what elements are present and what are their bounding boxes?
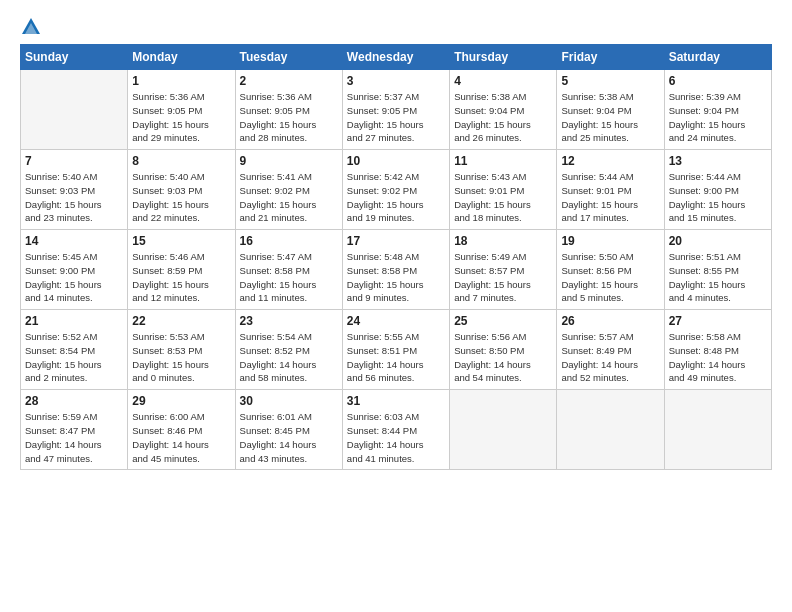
weekday-header-sunday: Sunday (21, 45, 128, 70)
day-number: 17 (347, 234, 445, 248)
calendar-cell: 3Sunrise: 5:37 AM Sunset: 9:05 PM Daylig… (342, 70, 449, 150)
calendar-week-row: 14Sunrise: 5:45 AM Sunset: 9:00 PM Dayli… (21, 230, 772, 310)
header (20, 16, 772, 38)
calendar-page: SundayMondayTuesdayWednesdayThursdayFrid… (0, 0, 792, 612)
calendar-cell: 25Sunrise: 5:56 AM Sunset: 8:50 PM Dayli… (450, 310, 557, 390)
day-number: 30 (240, 394, 338, 408)
calendar-week-row: 21Sunrise: 5:52 AM Sunset: 8:54 PM Dayli… (21, 310, 772, 390)
day-info: Sunrise: 5:44 AM Sunset: 9:01 PM Dayligh… (561, 170, 659, 225)
calendar-cell: 26Sunrise: 5:57 AM Sunset: 8:49 PM Dayli… (557, 310, 664, 390)
day-info: Sunrise: 5:40 AM Sunset: 9:03 PM Dayligh… (25, 170, 123, 225)
day-number: 24 (347, 314, 445, 328)
calendar-week-row: 7Sunrise: 5:40 AM Sunset: 9:03 PM Daylig… (21, 150, 772, 230)
day-info: Sunrise: 5:37 AM Sunset: 9:05 PM Dayligh… (347, 90, 445, 145)
calendar-cell: 17Sunrise: 5:48 AM Sunset: 8:58 PM Dayli… (342, 230, 449, 310)
day-info: Sunrise: 5:47 AM Sunset: 8:58 PM Dayligh… (240, 250, 338, 305)
day-info: Sunrise: 5:55 AM Sunset: 8:51 PM Dayligh… (347, 330, 445, 385)
day-number: 26 (561, 314, 659, 328)
calendar-cell: 2Sunrise: 5:36 AM Sunset: 9:05 PM Daylig… (235, 70, 342, 150)
day-info: Sunrise: 5:59 AM Sunset: 8:47 PM Dayligh… (25, 410, 123, 465)
calendar-cell: 16Sunrise: 5:47 AM Sunset: 8:58 PM Dayli… (235, 230, 342, 310)
day-info: Sunrise: 5:53 AM Sunset: 8:53 PM Dayligh… (132, 330, 230, 385)
day-number: 12 (561, 154, 659, 168)
calendar-cell: 27Sunrise: 5:58 AM Sunset: 8:48 PM Dayli… (664, 310, 771, 390)
day-info: Sunrise: 5:41 AM Sunset: 9:02 PM Dayligh… (240, 170, 338, 225)
calendar-table: SundayMondayTuesdayWednesdayThursdayFrid… (20, 44, 772, 470)
day-info: Sunrise: 5:54 AM Sunset: 8:52 PM Dayligh… (240, 330, 338, 385)
day-info: Sunrise: 5:49 AM Sunset: 8:57 PM Dayligh… (454, 250, 552, 305)
day-number: 19 (561, 234, 659, 248)
day-number: 13 (669, 154, 767, 168)
day-info: Sunrise: 5:43 AM Sunset: 9:01 PM Dayligh… (454, 170, 552, 225)
calendar-cell: 8Sunrise: 5:40 AM Sunset: 9:03 PM Daylig… (128, 150, 235, 230)
calendar-cell: 20Sunrise: 5:51 AM Sunset: 8:55 PM Dayli… (664, 230, 771, 310)
day-number: 6 (669, 74, 767, 88)
calendar-cell: 29Sunrise: 6:00 AM Sunset: 8:46 PM Dayli… (128, 390, 235, 470)
calendar-cell: 30Sunrise: 6:01 AM Sunset: 8:45 PM Dayli… (235, 390, 342, 470)
calendar-cell: 15Sunrise: 5:46 AM Sunset: 8:59 PM Dayli… (128, 230, 235, 310)
day-number: 25 (454, 314, 552, 328)
logo (20, 16, 46, 38)
day-number: 7 (25, 154, 123, 168)
day-info: Sunrise: 5:38 AM Sunset: 9:04 PM Dayligh… (561, 90, 659, 145)
calendar-cell: 4Sunrise: 5:38 AM Sunset: 9:04 PM Daylig… (450, 70, 557, 150)
day-info: Sunrise: 6:00 AM Sunset: 8:46 PM Dayligh… (132, 410, 230, 465)
weekday-header-thursday: Thursday (450, 45, 557, 70)
day-number: 18 (454, 234, 552, 248)
day-info: Sunrise: 5:38 AM Sunset: 9:04 PM Dayligh… (454, 90, 552, 145)
calendar-cell: 1Sunrise: 5:36 AM Sunset: 9:05 PM Daylig… (128, 70, 235, 150)
calendar-cell: 22Sunrise: 5:53 AM Sunset: 8:53 PM Dayli… (128, 310, 235, 390)
day-info: Sunrise: 6:03 AM Sunset: 8:44 PM Dayligh… (347, 410, 445, 465)
day-info: Sunrise: 5:42 AM Sunset: 9:02 PM Dayligh… (347, 170, 445, 225)
weekday-header-friday: Friday (557, 45, 664, 70)
calendar-cell: 5Sunrise: 5:38 AM Sunset: 9:04 PM Daylig… (557, 70, 664, 150)
day-number: 29 (132, 394, 230, 408)
calendar-cell: 23Sunrise: 5:54 AM Sunset: 8:52 PM Dayli… (235, 310, 342, 390)
day-number: 1 (132, 74, 230, 88)
day-info: Sunrise: 5:48 AM Sunset: 8:58 PM Dayligh… (347, 250, 445, 305)
weekday-header-row: SundayMondayTuesdayWednesdayThursdayFrid… (21, 45, 772, 70)
day-info: Sunrise: 5:36 AM Sunset: 9:05 PM Dayligh… (240, 90, 338, 145)
logo-icon (20, 16, 42, 38)
day-info: Sunrise: 5:51 AM Sunset: 8:55 PM Dayligh… (669, 250, 767, 305)
day-info: Sunrise: 6:01 AM Sunset: 8:45 PM Dayligh… (240, 410, 338, 465)
calendar-cell: 28Sunrise: 5:59 AM Sunset: 8:47 PM Dayli… (21, 390, 128, 470)
day-info: Sunrise: 5:44 AM Sunset: 9:00 PM Dayligh… (669, 170, 767, 225)
calendar-cell: 31Sunrise: 6:03 AM Sunset: 8:44 PM Dayli… (342, 390, 449, 470)
calendar-cell (21, 70, 128, 150)
calendar-cell: 10Sunrise: 5:42 AM Sunset: 9:02 PM Dayli… (342, 150, 449, 230)
day-info: Sunrise: 5:57 AM Sunset: 8:49 PM Dayligh… (561, 330, 659, 385)
day-number: 16 (240, 234, 338, 248)
day-info: Sunrise: 5:52 AM Sunset: 8:54 PM Dayligh… (25, 330, 123, 385)
calendar-cell: 9Sunrise: 5:41 AM Sunset: 9:02 PM Daylig… (235, 150, 342, 230)
weekday-header-saturday: Saturday (664, 45, 771, 70)
weekday-header-monday: Monday (128, 45, 235, 70)
day-number: 5 (561, 74, 659, 88)
day-number: 22 (132, 314, 230, 328)
day-info: Sunrise: 5:46 AM Sunset: 8:59 PM Dayligh… (132, 250, 230, 305)
day-number: 2 (240, 74, 338, 88)
calendar-cell: 11Sunrise: 5:43 AM Sunset: 9:01 PM Dayli… (450, 150, 557, 230)
day-number: 8 (132, 154, 230, 168)
day-number: 9 (240, 154, 338, 168)
calendar-cell: 19Sunrise: 5:50 AM Sunset: 8:56 PM Dayli… (557, 230, 664, 310)
day-number: 10 (347, 154, 445, 168)
day-number: 4 (454, 74, 552, 88)
day-number: 21 (25, 314, 123, 328)
calendar-cell: 12Sunrise: 5:44 AM Sunset: 9:01 PM Dayli… (557, 150, 664, 230)
calendar-cell: 21Sunrise: 5:52 AM Sunset: 8:54 PM Dayli… (21, 310, 128, 390)
day-number: 20 (669, 234, 767, 248)
calendar-cell (450, 390, 557, 470)
calendar-cell: 18Sunrise: 5:49 AM Sunset: 8:57 PM Dayli… (450, 230, 557, 310)
calendar-cell: 24Sunrise: 5:55 AM Sunset: 8:51 PM Dayli… (342, 310, 449, 390)
calendar-cell: 14Sunrise: 5:45 AM Sunset: 9:00 PM Dayli… (21, 230, 128, 310)
calendar-cell: 13Sunrise: 5:44 AM Sunset: 9:00 PM Dayli… (664, 150, 771, 230)
calendar-week-row: 28Sunrise: 5:59 AM Sunset: 8:47 PM Dayli… (21, 390, 772, 470)
calendar-week-row: 1Sunrise: 5:36 AM Sunset: 9:05 PM Daylig… (21, 70, 772, 150)
day-info: Sunrise: 5:56 AM Sunset: 8:50 PM Dayligh… (454, 330, 552, 385)
weekday-header-wednesday: Wednesday (342, 45, 449, 70)
day-number: 15 (132, 234, 230, 248)
day-number: 28 (25, 394, 123, 408)
day-number: 11 (454, 154, 552, 168)
calendar-cell: 7Sunrise: 5:40 AM Sunset: 9:03 PM Daylig… (21, 150, 128, 230)
